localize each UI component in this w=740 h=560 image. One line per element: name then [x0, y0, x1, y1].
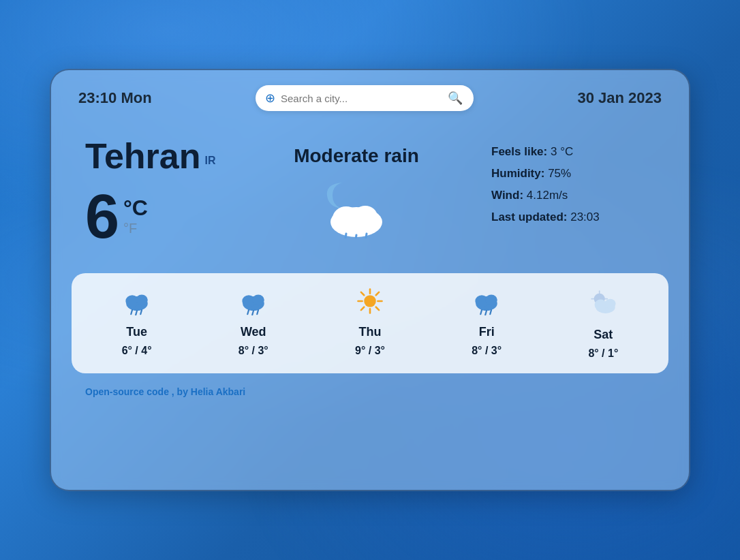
footer: Open-source code , by Helia Akbari: [51, 373, 689, 398]
last-updated-value: 23:03: [570, 211, 600, 223]
weather-details: Feels like: 3 °C Humidity: 75% Wind: 4.1…: [491, 138, 655, 224]
forecast-day: Sat 8° / 1°: [566, 287, 641, 360]
svg-line-24: [376, 307, 379, 310]
search-input[interactable]: [281, 93, 442, 104]
unit-celsius: °C: [123, 196, 148, 221]
forecast-day: Thu 9° / 3°: [333, 287, 407, 360]
footer-text: Open-source code , by Helia Akbari: [85, 386, 245, 397]
svg-line-32: [490, 310, 491, 314]
forecast-icon: [587, 287, 619, 322]
temperature-row: 6 °C °F: [85, 186, 221, 247]
svg-line-25: [376, 292, 379, 295]
forecast-day-temp: 6° / 4°: [122, 345, 152, 357]
temperature-value: 6: [85, 186, 119, 247]
forecast-day: Fri 8° / 3°: [449, 287, 524, 360]
forecast-day-name: Sat: [593, 328, 613, 342]
city-name-row: TehranIR: [85, 138, 221, 174]
forecast-icon: [239, 287, 268, 320]
cloud-icon: [326, 196, 387, 238]
unit-fahrenheit: °F: [123, 221, 148, 236]
forecast-day-name: Wed: [241, 325, 266, 339]
forecast-section: Tue 6° / 4° Wed 8° / 3° Thu 9° / 3°: [72, 273, 668, 373]
weather-description: Moderate rain: [294, 145, 419, 167]
feels-like: Feels like: 3 °C: [491, 145, 655, 159]
search-bar[interactable]: ⊕ 🔍: [256, 85, 474, 111]
svg-line-10: [136, 311, 137, 315]
svg-line-17: [257, 310, 258, 314]
svg-line-26: [361, 307, 364, 310]
forecast-day-name: Thu: [358, 325, 381, 339]
feels-like-label: Feels like:: [491, 145, 547, 158]
city-temp: TehranIR 6 °C °F: [85, 138, 221, 247]
forecast-day-temp: 8° / 3°: [238, 345, 268, 357]
forecast-day: Tue 6° / 4°: [99, 287, 174, 360]
search-button[interactable]: 🔍: [448, 91, 463, 106]
forecast-day: Wed 8° / 3°: [216, 287, 291, 360]
svg-line-16: [252, 311, 253, 315]
city-name: Tehran: [85, 136, 201, 176]
svg-point-8: [136, 294, 148, 305]
temperature-units: °C °F: [123, 196, 148, 236]
forecast-day-temp: 8° / 3°: [472, 345, 502, 357]
humidity-value: 75%: [548, 167, 571, 180]
svg-line-9: [131, 310, 132, 314]
wind: Wind: 4.12m/s: [491, 189, 655, 202]
svg-point-2: [353, 206, 377, 228]
forecast-day-temp: 9° / 3°: [355, 345, 385, 357]
svg-point-40: [605, 299, 616, 309]
forecast-day-temp: 8° / 1°: [588, 347, 618, 360]
header: 23:10 Mon ⊕ 🔍 30 Jan 2023: [51, 70, 689, 118]
wind-value: 4.12m/s: [527, 189, 568, 202]
svg-line-31: [485, 311, 487, 315]
forecast-icon: [472, 287, 501, 320]
forecast-day-name: Fri: [479, 325, 495, 339]
svg-line-30: [480, 310, 482, 314]
main-section: TehranIR 6 °C °F Moderate rain: [51, 118, 689, 261]
forecast-icon: [356, 287, 384, 320]
feels-like-value: 3 °C: [551, 145, 573, 158]
svg-line-23: [361, 292, 364, 295]
country-code: IR: [205, 155, 216, 166]
svg-line-15: [247, 310, 249, 314]
location-icon[interactable]: ⊕: [265, 91, 275, 106]
svg-line-11: [140, 310, 142, 314]
humidity: Humidity: 75%: [491, 167, 655, 181]
humidity-label: Humidity:: [491, 167, 544, 180]
last-updated: Last updated: 23:03: [491, 211, 655, 224]
svg-point-18: [364, 295, 376, 307]
current-date: 30 Jan 2023: [577, 89, 662, 107]
current-time: 23:10 Mon: [78, 89, 152, 107]
forecast-icon: [123, 287, 151, 320]
wind-label: Wind:: [491, 189, 523, 202]
weather-icon: [312, 177, 401, 245]
weather-center: Moderate rain: [221, 138, 491, 245]
svg-point-14: [252, 294, 264, 305]
last-updated-label: Last updated:: [491, 211, 567, 223]
forecast-day-name: Tue: [126, 325, 147, 339]
weather-card: 23:10 Mon ⊕ 🔍 30 Jan 2023 TehranIR 6 °C …: [50, 69, 690, 491]
svg-point-39: [595, 300, 607, 311]
svg-point-29: [485, 294, 497, 305]
